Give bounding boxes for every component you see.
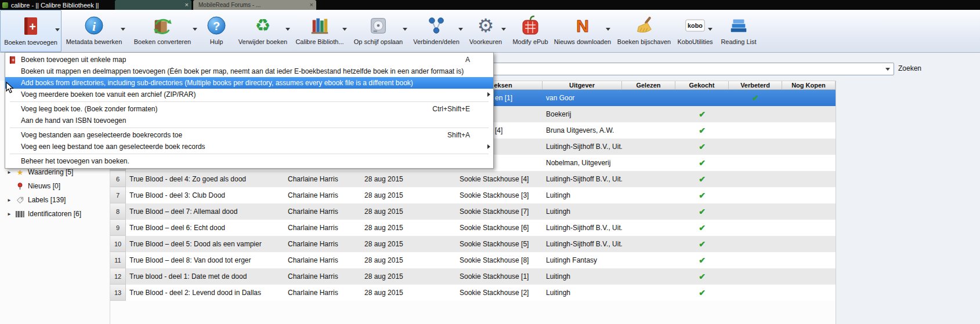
toolbar-button-label: Verwijder boeken [238,38,287,45]
sidebar-item-nieuws-0[interactable]: Nieuws [0] [0,179,110,193]
column-header-publisher[interactable]: Uitgever [543,81,622,89]
table-row[interactable]: 12True blood - deel 1: Date met de doodC… [110,268,836,285]
table-row[interactable]: 10True Blood – deel 5: Dood als een vamp… [110,236,836,252]
menu-separator [10,101,489,102]
dropdown-arrow-icon[interactable] [121,28,125,31]
check-icon: ✔ [699,110,706,118]
reading-list-icon [728,13,749,38]
toolbar-button-reading-list[interactable]: Reading List [714,10,764,52]
table-row[interactable]: 7True Blood - deel 3: Club DoodCharlaine… [110,187,836,203]
menu-item-add-books-from-directories-including-sub[interactable]: Add books from directories, including su… [5,77,493,89]
cell-author: Charlaine Harris [284,236,361,252]
search-button[interactable]: Zoeken [898,64,921,72]
dropdown-arrow-icon[interactable] [342,28,347,31]
cell-series: Sookie Stackhouse [1] [456,268,543,285]
cell-author: Charlaine Harris [284,252,361,268]
menu-item-beheer-het-toevoegen-van-boeken[interactable]: Beheer het toevoegen van boeken. [5,155,493,167]
cell-verbeterd [729,220,782,236]
toolbar-button-op-schijf-opslaan[interactable]: Op schijf opslaan [348,10,408,52]
toolbar-button-label: Boeken bijschaven [617,38,671,45]
menu-item-voeg-meerdere-boeken-toe-vanuit-een-arch[interactable]: Voeg meerdere boeken toe vanuit een arch… [5,89,493,100]
check-icon: ✔ [699,224,706,232]
cell-publisher: Luitingh [543,187,622,203]
toolbar-button-boeken-converteren[interactable]: Boeken converteren [126,10,198,52]
table-row[interactable]: 6True Blood - deel 4: Zo goed als doodCh… [110,171,836,187]
cell-gelezen [622,203,675,220]
table-row[interactable]: 9True Blood – deel 6: Echt doodCharlaine… [110,220,836,236]
toolbar-button-modify-epub[interactable]: Modify ePub [507,10,554,52]
toolbar-button-label: Verbinden/delen [413,38,460,45]
column-header-nog-kopen[interactable]: Nog Kopen [782,81,836,89]
background-browser-tab[interactable]: MobileRead Forums - ... × [193,0,316,10]
cell-publisher: Luitingh-Sijthoff B.V., Uit... [543,171,622,187]
toolbar-button-verbinden-delen[interactable]: Verbinden/delen [408,10,464,52]
sidebar-item-labels-139[interactable]: ►Labels [139] [0,193,110,207]
toolbar-button-label: Modify ePub [512,38,548,45]
background-browser-tab[interactable]: × [115,0,191,10]
cell-title: True Blood - deel 2: Levend dood in Dall… [126,285,284,301]
table-row[interactable]: 13True Blood - deel 2: Levend dood in Da… [110,285,836,301]
series-text: [4] [495,126,502,134]
menu-shortcut: Shift+A [447,131,487,139]
row-number-cell: 12 [110,268,126,285]
sidebar-item-identificatoren-6[interactable]: ►Identificatoren [6] [0,207,110,221]
toolbar-button-hulp[interactable]: ?Hulp [198,10,234,52]
table-row[interactable]: 11True Blood – deel 8: Van dood tot erge… [110,252,836,268]
news-pin-icon [16,183,24,190]
cell-gelezen [622,106,675,122]
cell-nog-kopen [782,171,836,187]
toolbar-button-koboutilities[interactable]: koboKoboUtilities [677,10,714,52]
expand-arrow-icon[interactable]: ► [7,170,12,175]
menu-icon-spacer [8,156,21,166]
cell-gekocht: ✔ [675,268,729,285]
expand-arrow-icon[interactable]: ► [7,198,12,203]
cell-date: 28 aug 2015 [361,203,456,220]
search-dropdown-icon[interactable] [883,63,893,75]
close-icon[interactable]: × [310,2,313,8]
dropdown-arrow-icon[interactable] [606,28,610,31]
close-icon[interactable]: × [185,2,189,8]
cell-nog-kopen [782,252,836,268]
dropdown-arrow-icon[interactable] [458,28,463,31]
menu-item-voeg-leeg-boek-toe-boek-zonder-formaten[interactable]: Voeg leeg boek toe. (Boek zonder formate… [5,103,493,115]
expand-arrow-icon[interactable]: ► [7,212,12,217]
menu-icon-spacer [8,67,21,76]
dropdown-arrow-icon[interactable] [403,28,407,31]
table-row[interactable]: 8True Blood – deel 7: Allemaal doodCharl… [110,203,836,220]
cell-nog-kopen [782,122,836,139]
menu-item-boeken-toevoegen-uit-enkele-map[interactable]: +Boeken toevoegen uit enkele mapA [5,54,493,65]
dropdown-arrow-icon[interactable] [708,28,713,31]
row-number-cell: 13 [110,285,126,301]
toolbar-button-voorkeuren[interactable]: ⚙Voorkeuren [464,10,507,52]
toolbar-button-metadata-bewerken[interactable]: iMetadata bewerken [62,10,126,52]
cell-nog-kopen [782,155,836,171]
cell-series: Sookie Stackhouse [4] [456,171,543,187]
menu-item-aan-de-hand-van-isbn-toevoegen[interactable]: Aan de hand van ISBN toevoegen [5,115,493,126]
menu-item-voeg-bestanden-aan-geselecteerde-boekrec[interactable]: Voeg bestanden aan geselecteerde boekrec… [5,129,493,141]
series-text: Sookie Stackhouse [8] [460,256,529,264]
menu-item-boeken-uit-mappen-en-deelmappen-toevoege[interactable]: Boeken uit mappen en deelmappen toevoege… [5,65,493,77]
menu-item-label: Voeg bestanden aan geselecteerde boekrec… [21,131,182,139]
cell-publisher: Boekerij [543,106,622,122]
cell-publisher: Luitingh-Sijthoff B.V., Uit... [543,139,622,155]
dropdown-arrow-icon[interactable] [193,28,197,31]
column-header-verbeterd[interactable]: Verbeterd [729,81,782,89]
toolbar-button-verwijder-boeken[interactable]: ♻Verwijder boeken [234,10,291,52]
cell-gelezen [622,252,675,268]
dropdown-arrow-icon[interactable] [501,28,506,31]
toolbar-button-boeken-toevoegen[interactable]: +Boeken toevoegen [0,10,62,52]
menu-item-voeg-een-leeg-bestand-toe-aan-geselectee[interactable]: Voeg een leeg bestand toe aan geselectee… [5,141,493,152]
column-header-gekocht[interactable]: Gekocht [675,81,729,89]
toolbar-button-calibre-biblioth[interactable]: Calibre Biblioth... [291,10,348,52]
check-icon: ✔ [699,289,706,297]
column-header-gelezen[interactable]: Gelezen [622,81,675,89]
cell-verbeterd [729,268,782,285]
dropdown-arrow-icon[interactable] [55,28,60,31]
toolbar-button-label: Boeken converteren [134,38,191,45]
cell-verbeterd [729,187,782,203]
toolbar-button-boeken-bijschaven[interactable]: Boeken bijschaven [612,10,677,52]
convert-books-icon [152,13,173,38]
dropdown-arrow-icon[interactable] [285,28,290,31]
toolbar-button-nieuws-downloaden[interactable]: NNieuws downloaden [554,10,612,52]
cell-nog-kopen [782,139,836,155]
